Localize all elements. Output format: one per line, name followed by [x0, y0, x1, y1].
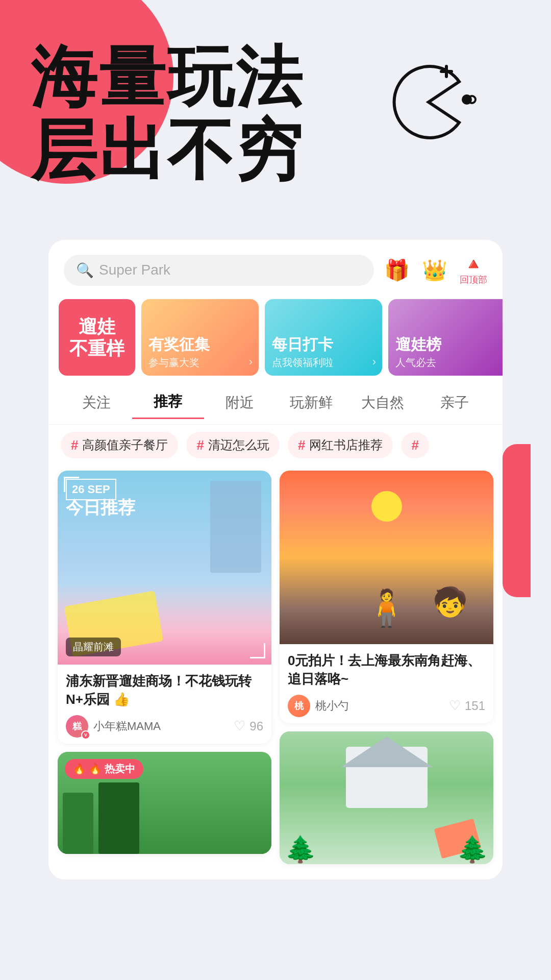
card-nature[interactable]: 🌲 🌲 — [280, 731, 493, 864]
search-input-wrap[interactable]: 🔍 Super Park — [64, 255, 374, 286]
corner-bracket-br — [250, 643, 265, 658]
banner-row: 遛娃不重样 有奖征集 参与赢大奖 › 每日打卡 点我领福利啦 › — [48, 294, 503, 381]
banner-card-checkin[interactable]: 每日打卡 点我领福利啦 › — [265, 299, 382, 376]
tab-nearby[interactable]: 附近 — [204, 387, 276, 419]
banner-sub-checkin: 点我领福利啦 — [272, 356, 375, 370]
author-name-featured: 小年糕MAMA — [93, 719, 161, 734]
banner-card-no-repeat[interactable]: 遛娃不重样 — [59, 299, 135, 376]
crown-icon[interactable]: 👑 — [422, 260, 447, 280]
tag-chiangmai-text: 清迈怎么玩 — [208, 437, 269, 453]
banner-overlay-collect: 有奖征集 参与赢大奖 — [141, 299, 259, 376]
content-col-right: 🧍 🧒 0元拍片！去上海最东南角赶海、追日落咯~ 桃 桃小勺 — [280, 471, 493, 864]
back-top-button[interactable]: 🔺 回顶部 — [460, 254, 487, 286]
red-side-decoration — [503, 444, 531, 597]
tab-nature[interactable]: 大自然 — [347, 387, 418, 419]
card-sunset[interactable]: 🧍 🧒 0元拍片！去上海最东南角赶海、追日落咯~ 桃 桃小勺 — [280, 471, 493, 723]
tag-bookstore[interactable]: # 网红书店推荐 — [288, 432, 393, 458]
tag-hash-icon4: # — [411, 437, 418, 453]
banner-card-collect[interactable]: 有奖征集 参与赢大奖 › — [141, 299, 259, 376]
tab-recommend[interactable]: 推荐 — [132, 386, 204, 419]
search-placeholder-text: Super Park — [99, 262, 170, 278]
card-title-sunset: 0元拍片！去上海最东南角赶海、追日落咯~ — [288, 651, 485, 689]
tab-follow[interactable]: 关注 — [61, 387, 132, 419]
header-icons: 🎁 👑 🔺 回顶部 — [384, 254, 487, 286]
avatar-sunset: 桃 — [288, 695, 310, 717]
banner-card-ranking[interactable]: 遛娃榜 人气必去 › — [388, 299, 503, 376]
app-card: 🔍 Super Park 🎁 👑 🔺 回顶部 遛娃不重样 — [48, 240, 503, 879]
tag-bookstore-text: 网红书店推荐 — [309, 437, 383, 453]
content-grid: 26 SEP 今日推荐 晶耀前滩 浦东新晋遛娃商场！不花钱玩转N+乐园 👍 糕 … — [48, 465, 503, 869]
search-bar-row: 🔍 Super Park 🎁 👑 🔺 回顶部 — [48, 240, 503, 294]
banner-tag-collect: 有奖征集 — [148, 335, 252, 354]
banner-arrow-checkin-icon: › — [372, 355, 376, 369]
banner-arrow-icon: › — [249, 355, 253, 369]
like-icon-featured: ♡ — [234, 718, 245, 734]
hot-label-text: 🔥 热卖中 — [89, 762, 135, 776]
card-hotspot[interactable]: 🔥 🔥 热卖中 — [58, 752, 271, 854]
today-label: 今日推荐 — [66, 496, 135, 520]
card-footer-featured: 糕 v 小年糕MAMA ♡ 96 — [66, 715, 263, 738]
hero-title: 海量玩法 层出不穷 — [31, 41, 304, 187]
author-name-sunset: 桃小勺 — [315, 698, 349, 714]
author-info-sunset: 桃 桃小勺 — [288, 695, 349, 717]
card-body-sunset: 0元拍片！去上海最东南角赶海、追日落咯~ 桃 桃小勺 ♡ 151 — [280, 644, 493, 723]
card-title-featured: 浦东新晋遛娃商场！不花钱玩转N+乐园 👍 — [66, 672, 263, 709]
back-top-label: 回顶部 — [460, 274, 487, 286]
avatar-featured: 糕 v — [66, 715, 88, 738]
tag-restaurant-text: 高颜值亲子餐厅 — [82, 437, 168, 453]
card-body-featured: 浦东新晋遛娃商场！不花钱玩转N+乐园 👍 糕 v 小年糕MAMA ♡ — [58, 665, 271, 744]
like-icon-sunset: ♡ — [449, 698, 461, 714]
like-count-sunset: 151 — [465, 699, 485, 713]
pacman-icon — [388, 61, 480, 145]
banner-tag-checkin: 每日打卡 — [272, 335, 375, 354]
nav-tabs: 关注 推荐 附近 玩新鲜 大自然 亲子 — [48, 381, 503, 425]
content-col-left: 26 SEP 今日推荐 晶耀前滩 浦东新晋遛娃商场！不花钱玩转N+乐园 👍 糕 … — [58, 471, 271, 854]
hot-badge: 🔥 🔥 热卖中 — [65, 759, 143, 779]
tag-more[interactable]: # — [401, 432, 429, 458]
tag-restaurant[interactable]: # 高颜值亲子餐厅 — [61, 432, 178, 458]
tag-hash-icon: # — [71, 437, 78, 453]
banner-sub-ranking: 人气必去 — [395, 356, 503, 370]
hot-fire-icon: 🔥 — [73, 763, 86, 775]
location-badge: 晶耀前滩 — [66, 638, 121, 656]
banner-tag-ranking: 遛娃榜 — [395, 335, 503, 354]
gift-icon[interactable]: 🎁 — [384, 260, 410, 280]
tab-new[interactable]: 玩新鲜 — [276, 387, 347, 419]
card-featured[interactable]: 26 SEP 今日推荐 晶耀前滩 浦东新晋遛娃商场！不花钱玩转N+乐园 👍 糕 … — [58, 471, 271, 744]
hero-section: 海量玩法 层出不穷 — [0, 0, 551, 255]
card-footer-sunset: 桃 桃小勺 ♡ 151 — [288, 695, 485, 717]
tag-hash-icon3: # — [298, 437, 305, 453]
like-count-featured: 96 — [249, 719, 263, 733]
back-top-arrow-icon: 🔺 — [463, 254, 484, 274]
tag-chiangmai[interactable]: # 清迈怎么玩 — [186, 432, 279, 458]
like-info-sunset: ♡ 151 — [449, 698, 485, 714]
author-info-featured: 糕 v 小年糕MAMA — [66, 715, 161, 738]
like-info-featured: ♡ 96 — [234, 718, 263, 734]
tag-hash-icon2: # — [196, 437, 204, 453]
banner-sub-collect: 参与赢大奖 — [148, 356, 252, 370]
banner-overlay-checkin: 每日打卡 点我领福利啦 — [265, 299, 382, 376]
banner-overlay-ranking: 遛娃榜 人气必去 — [388, 299, 503, 376]
avatar-verified-badge: v — [81, 730, 90, 740]
search-icon: 🔍 — [76, 262, 94, 279]
tab-family[interactable]: 亲子 — [419, 387, 490, 419]
banner-red-text: 遛娃不重样 — [69, 315, 124, 359]
tag-row: # 高颜值亲子餐厅 # 清迈怎么玩 # 网红书店推荐 # — [48, 425, 503, 465]
